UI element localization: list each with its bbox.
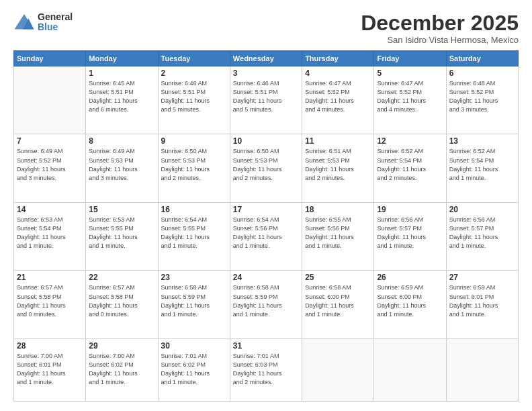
table-row [374, 338, 446, 401]
day-number: 22 [89, 273, 154, 282]
table-row: 4Sunrise: 6:47 AMSunset: 5:52 PMDaylight… [302, 66, 374, 134]
day-number: 16 [161, 205, 227, 214]
table-row [14, 66, 86, 134]
day-info: Sunrise: 6:45 AMSunset: 5:51 PMDaylight:… [89, 79, 154, 114]
table-row: 11Sunrise: 6:51 AMSunset: 5:53 PMDayligh… [302, 134, 374, 202]
day-number: 26 [377, 273, 443, 282]
calendar-table: Sunday Monday Tuesday Wednesday Thursday… [13, 50, 519, 402]
day-info: Sunrise: 7:01 AMSunset: 6:02 PMDaylight:… [161, 352, 227, 387]
header: General Blue December 2025 San Isidro Vi… [13, 12, 519, 45]
table-row: 20Sunrise: 6:56 AMSunset: 5:57 PMDayligh… [446, 202, 518, 270]
day-number: 7 [17, 136, 83, 146]
table-row: 27Sunrise: 6:59 AMSunset: 6:01 PMDayligh… [446, 271, 518, 338]
day-info: Sunrise: 6:58 AMSunset: 5:59 PMDaylight:… [233, 283, 299, 318]
table-row: 10Sunrise: 6:50 AMSunset: 5:53 PMDayligh… [230, 134, 302, 202]
col-thursday: Thursday [302, 51, 374, 66]
day-info: Sunrise: 6:54 AMSunset: 5:56 PMDaylight:… [233, 216, 299, 250]
day-info: Sunrise: 7:01 AMSunset: 6:03 PMDaylight:… [233, 352, 299, 387]
day-info: Sunrise: 6:47 AMSunset: 5:52 PMDaylight:… [305, 79, 371, 114]
day-number: 23 [161, 273, 227, 282]
table-row: 25Sunrise: 6:58 AMSunset: 6:00 PMDayligh… [302, 271, 374, 338]
day-info: Sunrise: 6:46 AMSunset: 5:51 PMDaylight:… [161, 79, 227, 114]
table-row: 23Sunrise: 6:58 AMSunset: 5:59 PMDayligh… [158, 271, 230, 338]
logo-text: General Blue [38, 12, 73, 33]
table-row: 16Sunrise: 6:54 AMSunset: 5:55 PMDayligh… [158, 202, 230, 270]
day-number: 9 [161, 136, 227, 146]
day-info: Sunrise: 6:49 AMSunset: 5:53 PMDaylight:… [89, 147, 154, 182]
month-title: December 2025 [361, 12, 519, 34]
table-row: 17Sunrise: 6:54 AMSunset: 5:56 PMDayligh… [230, 202, 302, 270]
table-row: 29Sunrise: 7:00 AMSunset: 6:02 PMDayligh… [86, 338, 158, 401]
day-number: 5 [377, 68, 443, 78]
table-row: 21Sunrise: 6:57 AMSunset: 5:58 PMDayligh… [14, 271, 86, 338]
col-sunday: Sunday [14, 51, 86, 66]
day-number: 10 [233, 136, 299, 146]
day-info: Sunrise: 6:48 AMSunset: 5:52 PMDaylight:… [449, 79, 515, 114]
table-row: 13Sunrise: 6:52 AMSunset: 5:54 PMDayligh… [446, 134, 518, 202]
day-number: 19 [377, 205, 443, 214]
logo-general-text: General [38, 12, 73, 22]
day-info: Sunrise: 6:54 AMSunset: 5:55 PMDaylight:… [161, 216, 227, 250]
day-number: 29 [89, 341, 154, 351]
day-info: Sunrise: 6:52 AMSunset: 5:54 PMDaylight:… [449, 147, 515, 182]
table-row: 6Sunrise: 6:48 AMSunset: 5:52 PMDaylight… [446, 66, 518, 134]
day-number: 31 [233, 341, 299, 351]
day-info: Sunrise: 6:52 AMSunset: 5:54 PMDaylight:… [377, 147, 443, 182]
col-wednesday: Wednesday [230, 51, 302, 66]
day-info: Sunrise: 6:50 AMSunset: 5:53 PMDaylight:… [233, 147, 299, 182]
table-row: 22Sunrise: 6:57 AMSunset: 5:58 PMDayligh… [86, 271, 158, 338]
day-number: 25 [305, 273, 371, 282]
logo-blue-text: Blue [38, 22, 73, 32]
day-number: 13 [449, 136, 515, 146]
calendar-header-row: Sunday Monday Tuesday Wednesday Thursday… [14, 51, 519, 66]
table-row: 8Sunrise: 6:49 AMSunset: 5:53 PMDaylight… [86, 134, 158, 202]
day-number: 3 [233, 68, 299, 78]
day-number: 27 [449, 273, 515, 282]
table-row: 7Sunrise: 6:49 AMSunset: 5:52 PMDaylight… [14, 134, 86, 202]
day-number: 17 [233, 205, 299, 214]
day-info: Sunrise: 6:46 AMSunset: 5:51 PMDaylight:… [233, 79, 299, 114]
col-tuesday: Tuesday [158, 51, 230, 66]
col-friday: Friday [374, 51, 446, 66]
day-number: 14 [17, 205, 83, 214]
day-info: Sunrise: 6:58 AMSunset: 6:00 PMDaylight:… [305, 283, 371, 318]
page: General Blue December 2025 San Isidro Vi… [0, 0, 532, 411]
table-row: 9Sunrise: 6:50 AMSunset: 5:53 PMDaylight… [158, 134, 230, 202]
col-saturday: Saturday [446, 51, 518, 66]
table-row: 1Sunrise: 6:45 AMSunset: 5:51 PMDaylight… [86, 66, 158, 134]
day-info: Sunrise: 7:00 AMSunset: 6:01 PMDaylight:… [17, 352, 83, 387]
location-text: San Isidro Vista Hermosa, Mexico [361, 35, 519, 45]
day-number: 12 [377, 136, 443, 146]
table-row: 2Sunrise: 6:46 AMSunset: 5:51 PMDaylight… [158, 66, 230, 134]
table-row: 26Sunrise: 6:59 AMSunset: 6:00 PMDayligh… [374, 271, 446, 338]
title-area: December 2025 San Isidro Vista Hermosa, … [361, 12, 519, 45]
table-row: 15Sunrise: 6:53 AMSunset: 5:55 PMDayligh… [86, 202, 158, 270]
day-info: Sunrise: 6:57 AMSunset: 5:58 PMDaylight:… [17, 283, 83, 318]
day-number: 11 [305, 136, 371, 146]
day-info: Sunrise: 6:56 AMSunset: 5:57 PMDaylight:… [377, 216, 443, 250]
day-number: 20 [449, 205, 515, 214]
day-number: 24 [233, 273, 299, 282]
table-row: 31Sunrise: 7:01 AMSunset: 6:03 PMDayligh… [230, 338, 302, 401]
day-number: 6 [449, 68, 515, 78]
table-row: 19Sunrise: 6:56 AMSunset: 5:57 PMDayligh… [374, 202, 446, 270]
day-number: 8 [89, 136, 154, 146]
table-row: 3Sunrise: 6:46 AMSunset: 5:51 PMDaylight… [230, 66, 302, 134]
table-row [302, 338, 374, 401]
day-number: 15 [89, 205, 154, 214]
day-number: 1 [89, 68, 154, 78]
day-info: Sunrise: 6:47 AMSunset: 5:52 PMDaylight:… [377, 79, 443, 114]
day-info: Sunrise: 6:58 AMSunset: 5:59 PMDaylight:… [161, 283, 227, 318]
table-row: 28Sunrise: 7:00 AMSunset: 6:01 PMDayligh… [14, 338, 86, 401]
table-row: 18Sunrise: 6:55 AMSunset: 5:56 PMDayligh… [302, 202, 374, 270]
day-info: Sunrise: 6:53 AMSunset: 5:55 PMDaylight:… [89, 216, 154, 250]
day-number: 4 [305, 68, 371, 78]
day-info: Sunrise: 6:51 AMSunset: 5:53 PMDaylight:… [305, 147, 371, 182]
day-info: Sunrise: 7:00 AMSunset: 6:02 PMDaylight:… [89, 352, 154, 387]
day-info: Sunrise: 6:57 AMSunset: 5:58 PMDaylight:… [89, 283, 154, 318]
table-row: 5Sunrise: 6:47 AMSunset: 5:52 PMDaylight… [374, 66, 446, 134]
day-info: Sunrise: 6:50 AMSunset: 5:53 PMDaylight:… [161, 147, 227, 182]
col-monday: Monday [86, 51, 158, 66]
day-info: Sunrise: 6:55 AMSunset: 5:56 PMDaylight:… [305, 216, 371, 250]
table-row: 14Sunrise: 6:53 AMSunset: 5:54 PMDayligh… [14, 202, 86, 270]
